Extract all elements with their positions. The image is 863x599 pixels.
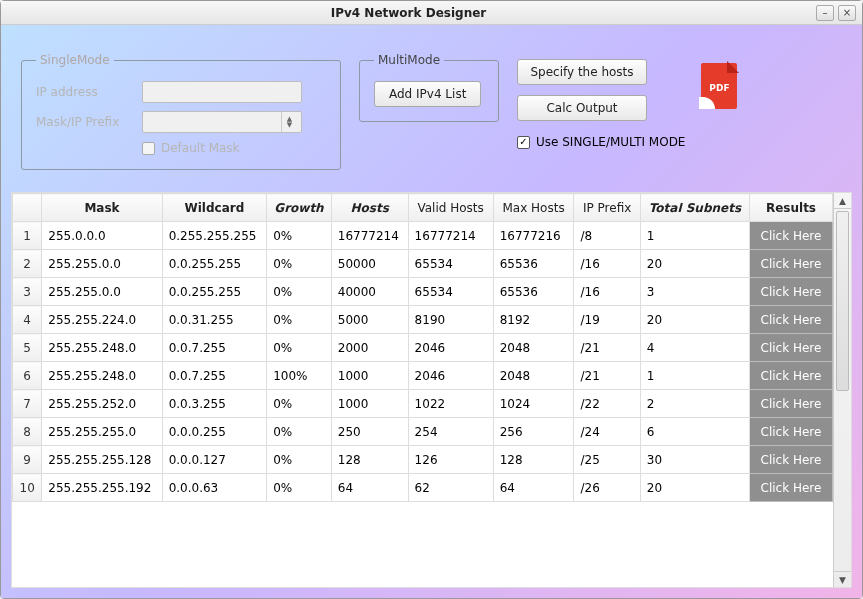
cell-hosts[interactable]: 16777214 <box>331 222 408 250</box>
row-number[interactable]: 4 <box>13 306 42 334</box>
cell-total-subnets[interactable]: 1 <box>640 222 749 250</box>
cell-max-hosts[interactable]: 2048 <box>493 334 574 362</box>
cell-result-button[interactable]: Click Here <box>749 306 832 334</box>
scroll-down-icon[interactable]: ▼ <box>834 571 851 587</box>
cell-valid-hosts[interactable]: 1022 <box>408 390 493 418</box>
cell-result-button[interactable]: Click Here <box>749 334 832 362</box>
cell-ip-prefix[interactable]: /21 <box>574 362 640 390</box>
cell-total-subnets[interactable]: 20 <box>640 250 749 278</box>
cell-max-hosts[interactable]: 128 <box>493 446 574 474</box>
header-hosts[interactable]: Hosts <box>331 194 408 222</box>
cell-growth[interactable]: 0% <box>267 334 332 362</box>
cell-ip-prefix[interactable]: /16 <box>574 250 640 278</box>
cell-ip-prefix[interactable]: /26 <box>574 474 640 502</box>
cell-growth[interactable]: 0% <box>267 278 332 306</box>
header-mask[interactable]: Mask <box>42 194 162 222</box>
row-number[interactable]: 8 <box>13 418 42 446</box>
cell-valid-hosts[interactable]: 65534 <box>408 278 493 306</box>
cell-valid-hosts[interactable]: 8190 <box>408 306 493 334</box>
cell-total-subnets[interactable]: 20 <box>640 306 749 334</box>
cell-hosts[interactable]: 40000 <box>331 278 408 306</box>
cell-result-button[interactable]: Click Here <box>749 222 832 250</box>
cell-growth[interactable]: 0% <box>267 306 332 334</box>
cell-ip-prefix[interactable]: /19 <box>574 306 640 334</box>
cell-total-subnets[interactable]: 20 <box>640 474 749 502</box>
cell-wildcard[interactable]: 0.0.255.255 <box>162 250 267 278</box>
header-wildcard[interactable]: Wildcard <box>162 194 267 222</box>
cell-wildcard[interactable]: 0.255.255.255 <box>162 222 267 250</box>
row-number[interactable]: 3 <box>13 278 42 306</box>
header-total-subnets[interactable]: Total Subnets <box>640 194 749 222</box>
cell-mask[interactable]: 255.255.248.0 <box>42 334 162 362</box>
cell-max-hosts[interactable]: 64 <box>493 474 574 502</box>
cell-valid-hosts[interactable]: 62 <box>408 474 493 502</box>
header-max-hosts[interactable]: Max Hosts <box>493 194 574 222</box>
add-ipv4-list-button[interactable]: Add IPv4 List <box>374 81 481 107</box>
cell-mask[interactable]: 255.255.0.0 <box>42 250 162 278</box>
cell-result-button[interactable]: Click Here <box>749 446 832 474</box>
row-number[interactable]: 6 <box>13 362 42 390</box>
cell-wildcard[interactable]: 0.0.0.63 <box>162 474 267 502</box>
cell-max-hosts[interactable]: 1024 <box>493 390 574 418</box>
cell-hosts[interactable]: 1000 <box>331 362 408 390</box>
cell-wildcard[interactable]: 0.0.31.255 <box>162 306 267 334</box>
cell-wildcard[interactable]: 0.0.7.255 <box>162 334 267 362</box>
cell-wildcard[interactable]: 0.0.3.255 <box>162 390 267 418</box>
cell-valid-hosts[interactable]: 254 <box>408 418 493 446</box>
close-button[interactable]: × <box>838 5 856 21</box>
cell-max-hosts[interactable]: 256 <box>493 418 574 446</box>
header-ip-prefix[interactable]: IP Prefix <box>574 194 640 222</box>
header-results[interactable]: Results <box>749 194 832 222</box>
cell-hosts[interactable]: 2000 <box>331 334 408 362</box>
row-number[interactable]: 9 <box>13 446 42 474</box>
cell-valid-hosts[interactable]: 2046 <box>408 334 493 362</box>
cell-ip-prefix[interactable]: /25 <box>574 446 640 474</box>
cell-max-hosts[interactable]: 65536 <box>493 278 574 306</box>
cell-mask[interactable]: 255.0.0.0 <box>42 222 162 250</box>
cell-result-button[interactable]: Click Here <box>749 474 832 502</box>
cell-hosts[interactable]: 1000 <box>331 390 408 418</box>
cell-growth[interactable]: 0% <box>267 222 332 250</box>
header-valid-hosts[interactable]: Valid Hosts <box>408 194 493 222</box>
cell-mask[interactable]: 255.255.255.128 <box>42 446 162 474</box>
vertical-scrollbar[interactable]: ▲ ▼ <box>833 193 851 587</box>
use-mode-checkbox[interactable]: ✓ <box>517 136 530 149</box>
cell-wildcard[interactable]: 0.0.0.255 <box>162 418 267 446</box>
cell-total-subnets[interactable]: 4 <box>640 334 749 362</box>
cell-growth[interactable]: 100% <box>267 362 332 390</box>
cell-mask[interactable]: 255.255.255.192 <box>42 474 162 502</box>
cell-result-button[interactable]: Click Here <box>749 362 832 390</box>
row-number[interactable]: 7 <box>13 390 42 418</box>
cell-mask[interactable]: 255.255.248.0 <box>42 362 162 390</box>
cell-total-subnets[interactable]: 1 <box>640 362 749 390</box>
scroll-thumb[interactable] <box>836 211 849 391</box>
cell-result-button[interactable]: Click Here <box>749 390 832 418</box>
calc-output-button[interactable]: Calc Output <box>517 95 647 121</box>
row-number[interactable]: 1 <box>13 222 42 250</box>
cell-wildcard[interactable]: 0.0.255.255 <box>162 278 267 306</box>
cell-ip-prefix[interactable]: /8 <box>574 222 640 250</box>
cell-max-hosts[interactable]: 16777216 <box>493 222 574 250</box>
cell-growth[interactable]: 0% <box>267 418 332 446</box>
cell-wildcard[interactable]: 0.0.7.255 <box>162 362 267 390</box>
cell-mask[interactable]: 255.255.252.0 <box>42 390 162 418</box>
scroll-up-icon[interactable]: ▲ <box>834 193 851 209</box>
cell-max-hosts[interactable]: 2048 <box>493 362 574 390</box>
cell-growth[interactable]: 0% <box>267 250 332 278</box>
cell-total-subnets[interactable]: 2 <box>640 390 749 418</box>
cell-total-subnets[interactable]: 30 <box>640 446 749 474</box>
cell-mask[interactable]: 255.255.255.0 <box>42 418 162 446</box>
cell-ip-prefix[interactable]: /16 <box>574 278 640 306</box>
cell-result-button[interactable]: Click Here <box>749 418 832 446</box>
cell-result-button[interactable]: Click Here <box>749 250 832 278</box>
cell-max-hosts[interactable]: 65536 <box>493 250 574 278</box>
header-growth[interactable]: Growth <box>267 194 332 222</box>
cell-ip-prefix[interactable]: /22 <box>574 390 640 418</box>
cell-valid-hosts[interactable]: 126 <box>408 446 493 474</box>
specify-hosts-button[interactable]: Specify the hosts <box>517 59 647 85</box>
cell-max-hosts[interactable]: 8192 <box>493 306 574 334</box>
row-number[interactable]: 10 <box>13 474 42 502</box>
cell-hosts[interactable]: 50000 <box>331 250 408 278</box>
pdf-icon[interactable]: PDF <box>699 61 739 109</box>
cell-growth[interactable]: 0% <box>267 446 332 474</box>
